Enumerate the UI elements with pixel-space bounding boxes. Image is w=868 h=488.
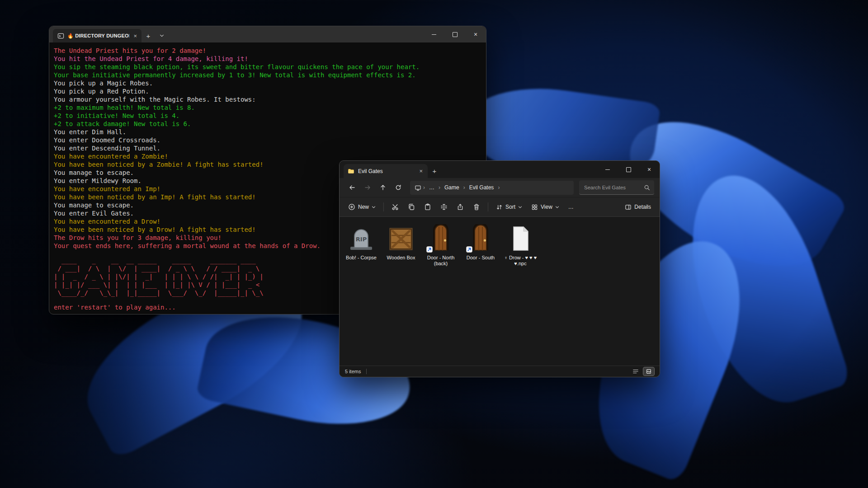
terminal-app-icon (57, 33, 64, 39)
terminal-line: You enter Doomed Crossroads. (54, 136, 481, 144)
file-item[interactable]: Door - South (461, 221, 500, 269)
search-input[interactable] (583, 184, 641, 191)
terminal-tab-title: 🔥 DIRECTORY DUNGEON 🔥 (67, 33, 129, 39)
maximize-icon (626, 167, 631, 172)
door-icon (466, 224, 495, 253)
file-name: Wooden Box (387, 255, 415, 261)
file-icon (506, 224, 535, 253)
tab-close-icon[interactable]: × (132, 32, 138, 40)
breadcrumb[interactable]: › … › Game › Evil Gates › (410, 181, 574, 195)
explorer-tab-title: Evil Gates (358, 168, 415, 174)
chevron-down-icon (372, 205, 376, 209)
paste-button[interactable] (420, 200, 435, 214)
separator (383, 202, 384, 211)
details-pane-button[interactable]: Details (621, 200, 655, 214)
tombstone-icon (347, 224, 376, 253)
new-tab-button[interactable]: + (428, 164, 441, 178)
minimize-button[interactable] (597, 161, 618, 178)
desktop: 🔥 DIRECTORY DUNGEON 🔥 × + × The Undead P… (0, 0, 868, 488)
chevron-right-icon: › (462, 184, 466, 191)
details-view-toggle[interactable] (630, 367, 641, 375)
terminal-line: You enter Descending Tunnel. (54, 144, 481, 152)
terminal-line: +2 to maximum health! New total is 8. (54, 103, 481, 112)
terminal-caption-buttons: × (424, 26, 486, 42)
sort-button-label: Sort (505, 204, 515, 210)
file-name: Door - North (back) (422, 255, 460, 267)
search-box[interactable] (579, 180, 654, 195)
terminal-line: You armour yourself with the Magic Robes… (54, 95, 481, 103)
file-grid: Bob! - CorpseWooden BoxDoor - North (bac… (340, 217, 660, 274)
terminal-line: You pick up a Magic Robes. (54, 79, 481, 87)
delete-button[interactable] (469, 200, 484, 214)
new-tab-button[interactable]: + (142, 29, 155, 42)
new-button[interactable]: New (344, 200, 380, 214)
terminal-line: +2 to attack damage! New total is 6. (54, 120, 481, 128)
file-name: ♀ Drow - ♥ ♥ ♥ ♥.npc (501, 255, 539, 267)
copy-button[interactable] (404, 200, 419, 214)
share-button[interactable] (453, 200, 468, 214)
separator (366, 369, 367, 374)
cut-button[interactable] (387, 200, 403, 214)
chevron-right-icon: › (497, 184, 500, 191)
breadcrumb-item-evil-gates[interactable]: Evil Gates (467, 183, 496, 192)
door-icon (426, 224, 455, 253)
file-item[interactable]: Door - North (back) (421, 221, 461, 269)
minimize-button[interactable] (424, 26, 444, 42)
chevron-down-icon (555, 205, 559, 209)
chevron-down-icon (518, 205, 522, 209)
explorer-tabstrip[interactable]: Evil Gates × + × (340, 161, 660, 178)
shortcut-arrow-icon (466, 246, 472, 253)
file-name: Door - South (467, 255, 495, 261)
refresh-button[interactable] (391, 181, 406, 194)
terminal-line: You hit the Undead Priest for 4 damage, … (54, 55, 481, 63)
folder-icon (348, 168, 354, 174)
explorer-navbar: › … › Game › Evil Gates › (340, 178, 660, 197)
file-name: Bob! - Corpse (346, 255, 377, 261)
explorer-statusbar: 5 items (340, 366, 660, 377)
large-icons-view-toggle[interactable] (643, 367, 654, 375)
separator (488, 202, 488, 211)
terminal-line: The Undead Priest hits you for 2 damage! (54, 47, 481, 55)
this-pc-icon (415, 184, 421, 191)
chevron-right-icon: › (422, 184, 426, 191)
up-button[interactable] (376, 181, 390, 194)
sort-button[interactable]: Sort (492, 200, 526, 214)
search-icon (644, 184, 650, 191)
maximize-icon (453, 32, 458, 37)
explorer-tab[interactable]: Evil Gates × (344, 164, 428, 178)
terminal-line: Your base initiative permanently increas… (54, 71, 481, 79)
item-count: 5 items (345, 369, 361, 374)
tab-close-icon[interactable]: × (418, 167, 424, 175)
view-button[interactable]: View (527, 200, 563, 214)
tab-dropdown-icon[interactable] (155, 29, 169, 42)
explorer-file-area[interactable]: Bob! - CorpseWooden BoxDoor - North (bac… (340, 216, 660, 366)
rename-button[interactable] (436, 200, 452, 214)
file-explorer-window: Evil Gates × + × (339, 160, 660, 377)
terminal-line: You have encountered a Zombie! (54, 152, 481, 160)
back-button[interactable] (345, 181, 359, 194)
terminal-line: You pick up a Red Potion. (54, 87, 481, 95)
maximize-button[interactable] (444, 26, 465, 42)
terminal-line: You enter Dim Hall. (54, 128, 481, 136)
details-pane-icon (625, 204, 632, 211)
terminal-titlebar[interactable]: 🔥 DIRECTORY DUNGEON 🔥 × + × (49, 26, 486, 42)
more-options-button[interactable]: … (564, 200, 578, 214)
close-button[interactable]: × (465, 26, 486, 42)
forward-button[interactable] (360, 181, 375, 194)
new-plus-icon (348, 203, 355, 211)
explorer-caption-buttons: × (597, 161, 660, 178)
maximize-button[interactable] (618, 161, 639, 178)
view-icon (531, 204, 538, 211)
file-item[interactable]: ♀ Drow - ♥ ♥ ♥ ♥.npc (500, 221, 540, 269)
terminal-line: +2 to initiative! New total is 4. (54, 112, 481, 120)
file-item[interactable]: Bob! - Corpse (341, 221, 381, 269)
shortcut-arrow-icon (426, 246, 433, 253)
explorer-commandbar: New (340, 197, 660, 216)
terminal-line: You sip the steaming black potion, its s… (54, 63, 481, 71)
breadcrumb-overflow[interactable]: … (427, 183, 437, 192)
file-item[interactable]: Wooden Box (381, 221, 421, 269)
details-button-label: Details (634, 204, 651, 210)
terminal-tab[interactable]: 🔥 DIRECTORY DUNGEON 🔥 × (53, 29, 142, 42)
close-button[interactable]: × (639, 161, 660, 178)
breadcrumb-item-game[interactable]: Game (442, 183, 462, 192)
